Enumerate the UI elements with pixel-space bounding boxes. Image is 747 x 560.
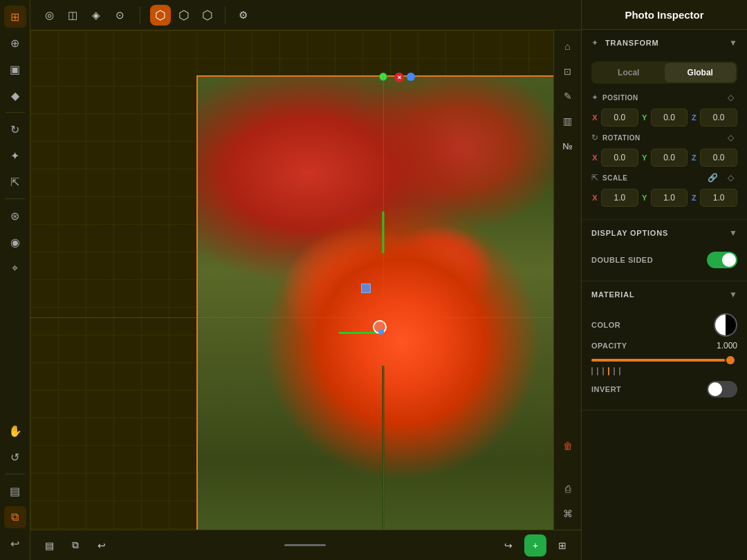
invert-toggle[interactable] — [707, 381, 737, 398]
diamond-wire-icon[interactable]: ◈ — [86, 5, 107, 26]
color-swatch[interactable] — [714, 313, 737, 337]
box-icon[interactable]: ▣ — [4, 58, 26, 80]
photo-image — [198, 77, 553, 530]
rotation-z-value[interactable]: 0.0 — [700, 149, 737, 167]
transform-tools-group: ◎ ◫ ◈ ⊙ — [39, 5, 130, 26]
cube-flat-icon[interactable]: ⬡ — [197, 5, 218, 26]
display-options-section: DISPLAY OPTIONS ▼ DOUBLE SIDED — [582, 220, 747, 281]
transform-section-header[interactable]: ✦ TRANSFORM ▼ — [582, 30, 747, 56]
gizmo-translate-square[interactable] — [361, 283, 371, 293]
position-y-value[interactable]: 0.0 — [651, 109, 688, 127]
share-icon[interactable]: ⎙ — [557, 478, 578, 499]
circle-dot-icon[interactable]: ⊙ — [109, 5, 130, 26]
opacity-row: OPACITY 1.000 — [591, 341, 737, 351]
redo-icon[interactable]: ↪ — [498, 535, 519, 556]
position-z-value[interactable]: 0.0 — [700, 109, 737, 127]
material-content: COLOR OPACITY 1.000 — [582, 308, 747, 410]
opacity-value: 1.000 — [712, 341, 737, 351]
opacity-slider-thumb[interactable] — [726, 356, 735, 364]
scale-y-value[interactable]: 1.0 — [651, 189, 688, 207]
scale-xyz-row: X 1.0 Y 1.0 Z 1.0 — [591, 189, 737, 207]
scale-x-label: X — [591, 194, 598, 202]
scale-x-value[interactable]: 1.0 — [601, 189, 638, 207]
clone-bottom-icon[interactable]: ⧉ — [65, 535, 86, 556]
rotation-z-label: Z — [690, 153, 697, 162]
position-x-label: X — [591, 113, 598, 122]
invert-label: INVERT — [591, 385, 621, 393]
layers-bottom-icon[interactable]: ▤ — [39, 535, 59, 556]
frame-icon[interactable]: ⊡ — [557, 61, 578, 82]
diamond-icon[interactable]: ◆ — [4, 84, 26, 106]
scale-label: SCALE — [602, 174, 641, 182]
double-sided-toggle[interactable] — [707, 252, 737, 268]
move3d-icon[interactable]: ✦ — [4, 144, 26, 167]
panel-header: Photo Inspector — [582, 0, 747, 30]
transform-chevron-icon: ▼ — [729, 38, 737, 48]
undo-bottom-icon[interactable]: ↩ — [91, 535, 112, 556]
viewport[interactable]: ✕ — [30, 30, 553, 530]
scale-y-label: Y — [641, 194, 648, 202]
position-x-value[interactable]: 0.0 — [601, 109, 638, 127]
cube-wire2-icon[interactable]: ⬡ — [174, 5, 194, 26]
undo-icon[interactable]: ↩ — [4, 532, 26, 554]
panels-icon[interactable]: ▥ — [557, 111, 578, 131]
gizmo-x-handle[interactable] — [339, 332, 380, 334]
trash-icon[interactable]: 🗑 — [557, 436, 578, 456]
hand-icon[interactable]: ✋ — [4, 420, 26, 442]
add-button[interactable]: + — [524, 534, 546, 557]
opacity-slider[interactable] — [591, 353, 732, 367]
grid-bottom-icon[interactable]: ⊞ — [552, 535, 573, 556]
pencil-icon[interactable]: ✎ — [557, 86, 578, 106]
display-options-chevron-icon: ▼ — [729, 228, 737, 238]
double-sided-label: DOUBLE SIDED — [591, 256, 653, 264]
number-icon[interactable]: № — [557, 136, 578, 156]
settings-icon[interactable]: ⚙ — [232, 5, 253, 26]
display-options-header[interactable]: DISPLAY OPTIONS ▼ — [582, 220, 747, 246]
toolbar-sep1 — [140, 7, 140, 24]
top-toolbar: ◎ ◫ ◈ ⊙ ⬡ ⬡ ⬡ ⚙ — [30, 0, 581, 30]
node-icon[interactable]: ⌖ — [4, 257, 26, 279]
globe-icon[interactable]: ◉ — [4, 231, 26, 253]
corner-handle-blue[interactable] — [407, 73, 415, 81]
scale-z-value[interactable]: 1.0 — [700, 189, 737, 207]
bottom-left-tools: ▤ ⧉ ↩ — [39, 535, 112, 556]
sphere-wire-icon[interactable]: ◎ — [39, 5, 59, 26]
transform-content: Local Global ✦ POSITION ◇ X 0.0 Y 0.0 Z … — [582, 56, 747, 219]
rotation-x-value[interactable]: 0.0 — [601, 149, 638, 167]
rotation-y-value[interactable]: 0.0 — [651, 149, 688, 167]
rotation-reset-icon[interactable]: ◇ — [723, 131, 737, 144]
panel-title: Photo Inspector — [625, 9, 703, 21]
grid-icon[interactable]: ⊞ — [4, 6, 26, 28]
transform-icon: ✦ — [591, 38, 598, 48]
tick-2 — [597, 367, 598, 375]
scale-reset-icon[interactable]: ◇ — [723, 171, 737, 185]
local-toggle-btn[interactable]: Local — [593, 63, 665, 82]
layers-icon[interactable]: ▤ — [4, 480, 26, 502]
tick-5 — [614, 367, 615, 375]
command-icon[interactable]: ⌘ — [557, 503, 578, 524]
link-icon[interactable]: ⊛ — [4, 205, 26, 227]
tick-3 — [602, 367, 604, 375]
cursor-icon[interactable]: ⊕ — [4, 32, 26, 54]
scale-lock-icon[interactable]: 🔗 — [706, 171, 719, 185]
separator — [6, 112, 25, 113]
scale3d-icon[interactable]: ⇱ — [4, 171, 26, 193]
photo-frame[interactable]: ✕ — [196, 75, 553, 530]
position-row-label: ✦ POSITION ◇ — [591, 91, 737, 104]
bottom-right-tools: ↪ + ⊞ — [498, 534, 573, 557]
material-header[interactable]: MATERIAL ▼ — [582, 281, 747, 308]
orbit-icon[interactable]: ↺ — [4, 446, 26, 468]
position-reset-icon[interactable]: ◇ — [723, 91, 737, 104]
separator2 — [6, 198, 25, 199]
opacity-slider-track — [591, 359, 732, 362]
box-wire-icon[interactable]: ◫ — [62, 5, 83, 26]
corner-handle-red[interactable]: ✕ — [394, 73, 404, 82]
invert-row: INVERT — [591, 381, 737, 398]
cube-orange-icon[interactable]: ⬡ — [150, 5, 171, 26]
bottom-center-controls — [284, 544, 326, 546]
position-label: POSITION — [602, 94, 641, 102]
rotate-icon[interactable]: ↻ — [4, 118, 26, 140]
home-icon[interactable]: ⌂ — [557, 36, 578, 57]
global-toggle-btn[interactable]: Global — [665, 63, 737, 82]
clone-icon[interactable]: ⧉ — [4, 506, 26, 528]
